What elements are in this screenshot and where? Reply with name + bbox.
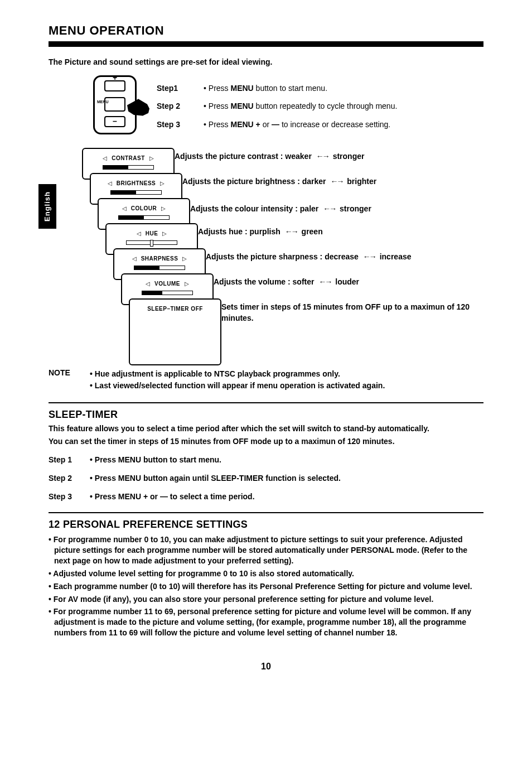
slider-bar-icon xyxy=(103,165,154,170)
note-item-2: Last viewed/selected function will appea… xyxy=(90,380,483,391)
slider-bar-icon xyxy=(142,291,193,295)
double-arrow-icon xyxy=(285,226,297,238)
note-block: NOTE Hue adjustment is applicable to NTS… xyxy=(49,368,483,392)
pref-item-5: For programme number 11 to 69, personal … xyxy=(49,606,483,638)
slider-bar-icon xyxy=(134,266,185,270)
triangle-left-icon: ◁ xyxy=(146,280,150,288)
osd-volume-label: VOLUME xyxy=(154,281,180,287)
osd-sleep-timer-label: SLEEP–TIMER OFF xyxy=(147,306,203,312)
pref-item-3: Each programme number (0 to 10) will the… xyxy=(49,581,483,592)
page-title: MENU OPERATION xyxy=(49,22,483,39)
osd-colour-desc: Adjusts the colour intensity : paler str… xyxy=(190,204,371,215)
triangle-left-icon: ◁ xyxy=(137,230,141,238)
slider-bar-icon xyxy=(126,240,177,245)
sleep-timer-p1: This feature allows you to select a time… xyxy=(49,423,483,434)
section-rule xyxy=(49,402,483,403)
slider-bar-icon xyxy=(110,190,162,195)
remote-illustration: MENU xyxy=(93,75,143,134)
remote-menu-label: MENU xyxy=(97,99,109,104)
osd-brightness-label: BRIGHTNESS xyxy=(117,180,156,186)
note-item-1: Hue adjustment is applicable to NTSC pla… xyxy=(90,369,483,379)
remote-plus-button-icon xyxy=(104,80,125,91)
slider-bar-icon xyxy=(118,215,170,220)
osd-hue-label: HUE xyxy=(146,230,158,237)
sleep-timer-p2: You can set the timer in steps of 15 min… xyxy=(49,436,483,447)
title-rule xyxy=(49,41,483,47)
section-rule-2 xyxy=(49,512,483,513)
sleep-timer-heading: SLEEP-TIMER xyxy=(49,408,483,421)
double-arrow-icon xyxy=(330,176,342,187)
triangle-right-icon: ▷ xyxy=(185,280,189,288)
osd-sleep-timer-desc: Sets timer in steps of 15 minutes from O… xyxy=(221,302,478,324)
note-label: NOTE xyxy=(49,368,80,392)
sleep-step-3: Step 3 • Press MENU + or — to select a t… xyxy=(49,491,483,502)
osd-sharpness-desc: Adjusts the picture sharpness : decrease… xyxy=(206,252,412,263)
pref-item-1: For programme number 0 to 10, you can ma… xyxy=(49,534,483,566)
osd-colour-label: COLOUR xyxy=(131,205,157,211)
osd-hue-desc: Adjusts hue : purplish green xyxy=(198,226,323,238)
intro-text: The Picture and sound settings are pre-s… xyxy=(49,57,483,67)
page-number: 10 xyxy=(49,660,483,673)
osd-contrast-desc: Adjusts the picture contrast : weaker st… xyxy=(175,151,364,162)
step-1-label: Step1 xyxy=(157,83,189,94)
triangle-left-icon: ◁ xyxy=(132,255,137,263)
step-1: Step1 • Press MENU button to start menu. xyxy=(157,83,483,94)
double-arrow-icon xyxy=(318,277,331,288)
note-body: Hue adjustment is applicable to NTSC pla… xyxy=(90,368,483,392)
osd-sleep-timer-box: SLEEP–TIMER OFF xyxy=(129,298,221,365)
osd-volume-desc: Adjusts the volume : softer louder xyxy=(214,277,359,288)
triangle-left-icon: ◁ xyxy=(103,155,107,162)
triangle-right-icon: ▷ xyxy=(161,205,166,213)
sleep-step-2: Step 2 • Press MENU button again until S… xyxy=(49,473,483,484)
triangle-right-icon: ▷ xyxy=(149,155,154,162)
triangle-right-icon: ▷ xyxy=(160,180,165,187)
step-3: Step 3 • Press MENU + or — to increase o… xyxy=(157,119,483,130)
personal-pref-list: For programme number 0 to 10, you can ma… xyxy=(49,534,483,638)
osd-cascade: ◁ CONTRAST ▷ ◁ BRIGHTNESS ▷ ◁ COLOUR ▷ ◁… xyxy=(82,148,483,360)
step-2: Step 2 • Press MENU button repeatedly to… xyxy=(157,101,483,112)
steps-list: Step1 • Press MENU button to start menu.… xyxy=(157,75,483,138)
personal-pref-heading: 12 PERSONAL PREFERENCE SETTINGS xyxy=(49,518,483,531)
double-arrow-icon xyxy=(316,151,328,162)
steps-block: MENU Step1 • Press MENU button to start … xyxy=(93,75,483,138)
triangle-right-icon: ▷ xyxy=(162,230,167,238)
hand-icon xyxy=(127,98,149,116)
double-arrow-icon xyxy=(323,204,335,215)
step-3-label: Step 3 xyxy=(157,119,189,130)
triangle-right-icon: ▷ xyxy=(182,255,187,263)
double-arrow-icon xyxy=(363,252,375,263)
step-2-label: Step 2 xyxy=(157,101,189,112)
remote-minus-button-icon xyxy=(104,116,125,127)
remote-body: MENU xyxy=(93,75,137,134)
language-tab-text: English xyxy=(42,191,52,221)
osd-sharpness-label: SHARPNESS xyxy=(141,255,178,262)
osd-contrast-label: CONTRAST xyxy=(112,155,145,161)
pref-item-2: Adjusted volume level setting for progra… xyxy=(49,568,483,579)
sleep-step-1: Step 1 • Press MENU button to start menu… xyxy=(49,455,483,465)
step-1-text: • Press MENU button to start menu. xyxy=(204,83,483,94)
pref-item-4: For AV mode (if any), you can also store… xyxy=(49,594,483,605)
step-2-text: • Press MENU button repeatedly to cycle … xyxy=(204,101,483,112)
osd-brightness-desc: Adjusts the picture brightness : darker … xyxy=(182,176,376,187)
triangle-left-icon: ◁ xyxy=(122,205,127,213)
triangle-left-icon: ◁ xyxy=(108,180,112,187)
language-tab: English xyxy=(38,184,56,229)
step-3-text: • Press MENU + or — to increase or decre… xyxy=(204,119,483,130)
